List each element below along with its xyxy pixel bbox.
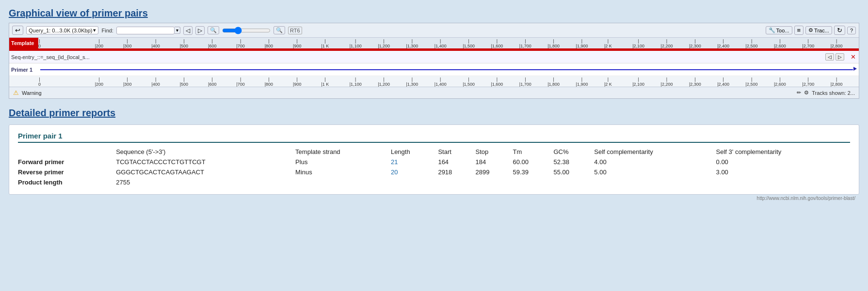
col-header-self-comp: Self complementarity (594, 147, 716, 157)
ruler-tick: |2,500 (746, 77, 758, 87)
col-header-self3-comp: Self 3' complementarity (716, 147, 850, 157)
ruler-tick: |2,800 (831, 39, 843, 48)
primer-line-container (40, 68, 857, 72)
ruler-tick: |1,800 (547, 39, 560, 48)
forward-primer-sequence: TCGTACCTACCCTCTGTTCGT (116, 157, 295, 167)
ruler-tick: |1,500 (463, 77, 475, 87)
ruler-tick: |300 (123, 39, 131, 48)
col-header-start: Start (438, 147, 475, 157)
template-ruler: Template 0|200|300|400|500|600|700|800|9… (9, 38, 859, 48)
col-header-label (18, 147, 116, 157)
ruler-tick: |500 (180, 39, 188, 48)
ruler-tick: |2 K (604, 77, 612, 87)
table-row: Reverse primer GGGCTGCACTCAGTAAGACT Minu… (18, 167, 850, 177)
edit-icon[interactable]: ✏ (797, 90, 801, 96)
find-input[interactable] (116, 27, 175, 34)
zoom-in-button[interactable]: 🔍 (208, 26, 219, 34)
ruler-tick: |2,100 (632, 39, 644, 48)
ruler-tick: |500 (180, 77, 188, 87)
forward-primer-label: Forward primer (18, 157, 116, 167)
gear-icon: ⚙ (808, 27, 813, 33)
reverse-primer-label: Reverse primer (18, 167, 116, 177)
ruler-tick: 0 (38, 77, 41, 87)
seq-nav-right[interactable]: ▷ (836, 53, 844, 61)
seq-entry-label: Seq-entry_::=_seq_{id_{local_s... (11, 54, 90, 60)
zoom-slider[interactable] (222, 27, 271, 34)
ruler-tick: |1,700 (519, 77, 531, 87)
ruler-tick: |900 (293, 77, 301, 87)
query-dropdown-icon: ▾ (93, 27, 96, 33)
ruler-tick: |1,300 (406, 77, 418, 87)
seq-nav-left[interactable]: ◁ (825, 53, 834, 61)
wrench-icon: 🔧 (769, 27, 775, 33)
ruler-area-top: 0|200|300|400|500|600|700|800|900|1 K|1,… (38, 38, 859, 48)
zoom-out-button[interactable]: 🔍 (273, 26, 285, 34)
ruler-tick: |2,200 (661, 39, 673, 48)
reverse-primer-length: 20 (391, 167, 438, 177)
bottom-ruler-inner: 0|200|300|400|500|600|700|800|900|1 K|1,… (38, 76, 859, 87)
primer-pair-title: Primer pair 1 (18, 132, 850, 143)
settings-icon[interactable]: ⚙ (804, 90, 809, 96)
reverse-primer-self-comp: 5.00 (594, 167, 716, 177)
col-header-stop: Stop (475, 147, 513, 157)
ruler-tick: |200 (95, 39, 103, 48)
ruler-tick: |700 (236, 77, 244, 87)
ruler-tick: |1,400 (434, 39, 447, 48)
reverse-primer-start: 2918 (438, 167, 475, 177)
url-text: http://www.ncbi.nlm.nih.gov/tools/primer… (757, 196, 855, 201)
seq-close-button[interactable]: ✕ (851, 53, 856, 61)
ruler-tick: |400 (151, 77, 160, 87)
reverse-primer-self3-comp: 3.00 (716, 167, 850, 177)
detailed-title[interactable]: Detailed primer reports (9, 107, 859, 119)
ruler-tick: |800 (265, 39, 273, 48)
reverse-primer-stop: 2899 (475, 167, 513, 177)
sort-button[interactable]: ≡ (794, 26, 804, 35)
nav-forward-button[interactable]: ▷ (195, 26, 205, 35)
reverse-primer-gc: 55.00 (553, 167, 594, 177)
tools-button[interactable]: 🔧 Too... (766, 26, 792, 34)
page-wrapper: Graphical view of primer pairs ↩ Query_1… (0, 0, 868, 211)
ruler-tick: |2,300 (689, 39, 701, 48)
forward-primer-stop: 184 (475, 157, 513, 167)
nav-back-button[interactable]: ◁ (183, 26, 193, 35)
find-label: Find: (101, 28, 113, 33)
ruler-tick: |2,800 (831, 77, 843, 87)
ruler-tick: |700 (236, 39, 244, 48)
ruler-tick: |1,100 (350, 77, 362, 87)
status-bar: ⚠ Warning ✏ ⚙ Tracks shown: 2... (9, 87, 859, 98)
query-selector[interactable]: Query_1: 0...3.0K (3.0Kbp) ▾ (26, 26, 98, 34)
tracks-label: Trac... (814, 28, 829, 33)
ruler-tick: |1,400 (434, 77, 447, 87)
seq-nav-buttons: ◁ ▷ (825, 53, 844, 61)
ruler-tick: |2,200 (661, 77, 673, 87)
ruler-tick: |1,300 (406, 39, 418, 48)
ruler-tick: |2 K (604, 39, 612, 48)
find-dropdown-button[interactable]: ▾ (175, 27, 180, 34)
url-bar: http://www.ncbi.nlm.nih.gov/tools/primer… (9, 195, 859, 202)
primer-pair-card: Primer pair 1 Sequence (5'->3') Template… (9, 124, 859, 195)
product-length-label: Product length (18, 177, 116, 187)
table-row: Forward primer TCGTACCTACCCTCTGTTCGT Plu… (18, 157, 850, 167)
ruler-tick: |200 (95, 77, 103, 87)
warning-text: Warning (22, 90, 42, 96)
tracks-shown-label: Tracks shown: 2... (812, 90, 855, 96)
table-header-row: Sequence (5'->3') Template strand Length… (18, 147, 850, 157)
ruler-tick: |1,500 (463, 39, 475, 48)
refresh-button[interactable]: ↻ (834, 26, 845, 35)
reverse-primer-tm: 59.39 (513, 167, 554, 177)
forward-primer-tm: 60.00 (513, 157, 554, 167)
ruler-tick: |2,400 (717, 77, 729, 87)
history-back-button[interactable]: ↩ (12, 26, 23, 35)
graphical-title[interactable]: Graphical view of primer pairs (9, 8, 859, 19)
ruler-tick: |1 K (321, 77, 329, 87)
help-button[interactable]: ? (847, 27, 856, 34)
ruler-tick: |400 (151, 39, 160, 48)
tracks-button[interactable]: ⚙ Trac... (805, 26, 832, 34)
ruler-tick: |2,400 (717, 39, 729, 48)
ruler-tick: |600 (208, 77, 216, 87)
ruler-tick: |1,800 (547, 77, 560, 87)
ruler-tick: |2,100 (632, 77, 644, 87)
ruler-tick: |900 (293, 39, 301, 48)
col-header-tm: Tm (513, 147, 554, 157)
product-length-value: 2755 (116, 177, 295, 187)
